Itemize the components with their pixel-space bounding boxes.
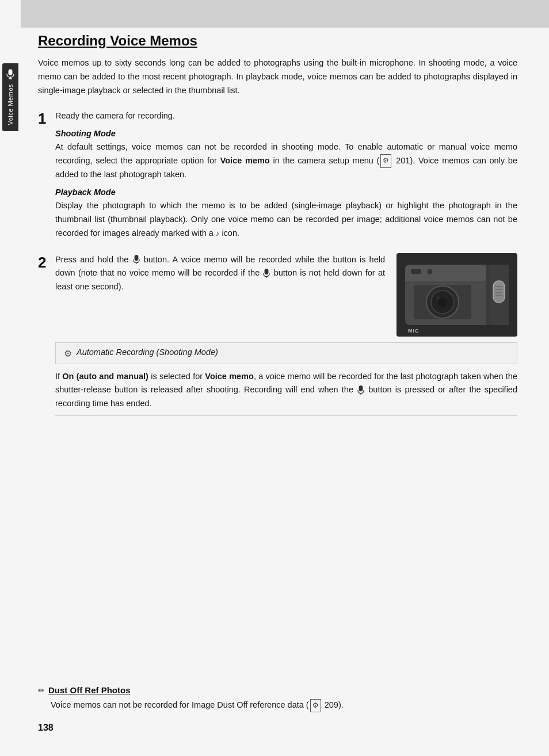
svg-rect-5 — [265, 269, 269, 274]
dust-off-title: Dust Off Ref Photos — [48, 685, 131, 695]
microphone-icon — [5, 69, 16, 79]
auto-note-text: If On (auto and manual) is selected for … — [55, 370, 517, 417]
step-1-content: Ready the camera for recording. Shooting… — [55, 109, 517, 243]
auto-note-heading: Automatic Recording (Shooting Mode) — [77, 348, 218, 357]
svg-rect-20 — [411, 269, 421, 274]
bottom-section: ✏ Dust Off Ref Photos Voice memos can no… — [38, 662, 517, 733]
page-title: Recording Voice Memos — [38, 32, 517, 49]
intro-text: Voice memos up to sixty seconds long can… — [38, 56, 517, 98]
step-2-number: 2 — [38, 253, 55, 417]
svg-rect-0 — [9, 69, 13, 75]
dust-off-icon: ✏ — [38, 686, 45, 695]
inline-mic-icon-3 — [357, 385, 365, 395]
step-1: 1 Ready the camera for recording. Shooti… — [38, 109, 517, 243]
step-2-text: Press and hold the button. A voice memo … — [55, 253, 385, 297]
shooting-mode-text: At default settings, voice memos can not… — [55, 140, 517, 182]
spacer — [38, 426, 517, 662]
svg-text:MIC: MIC — [408, 328, 420, 334]
settings-icon-1: ⚙ — [380, 154, 391, 168]
shooting-mode-heading: Shooting Mode — [55, 129, 517, 138]
step-2-inner: Press and hold the button. A voice memo … — [55, 253, 517, 337]
auto-record-icon: ⚙ — [64, 348, 72, 359]
inline-mic-icon-1 — [132, 254, 140, 265]
svg-point-21 — [427, 269, 433, 274]
auto-note-box: ⚙ Automatic Recording (Shooting Mode) — [55, 342, 517, 364]
svg-rect-14 — [493, 281, 505, 303]
settings-icon-2: ⚙ — [310, 699, 321, 712]
step-1-text: Ready the camera for recording. — [55, 109, 517, 123]
dust-off-desc: Voice memos can not be recorded for Imag… — [38, 698, 517, 712]
main-content: Recording Voice Memos Voice memos up to … — [21, 0, 549, 756]
page-wrapper: Voice Memos Recording Voice Memos Voice … — [0, 0, 549, 756]
step-1-number: 1 — [38, 109, 55, 243]
step-2: 2 Press and hold the — [38, 253, 517, 417]
page-number: 138 — [38, 723, 517, 733]
playback-mode-heading: Playback Mode — [55, 188, 517, 197]
camera-image: MIC — [396, 253, 517, 337]
svg-rect-27 — [359, 385, 363, 391]
playback-mode-text: Display the photograph to which the memo… — [55, 199, 517, 240]
inline-mic-icon-2 — [262, 268, 270, 278]
dust-off-link: ✏ Dust Off Ref Photos — [38, 685, 517, 695]
step-2-paragraph: Press and hold the button. A voice memo … — [55, 253, 385, 295]
svg-rect-3 — [134, 255, 138, 261]
sidebar-label: Voice Memos — [7, 84, 14, 125]
sidebar-tab: Voice Memos — [2, 63, 18, 131]
camera-svg: MIC — [396, 253, 517, 337]
svg-point-26 — [436, 296, 440, 300]
sidebar: Voice Memos — [0, 0, 21, 756]
step-2-content: Press and hold the button. A voice memo … — [55, 253, 517, 417]
